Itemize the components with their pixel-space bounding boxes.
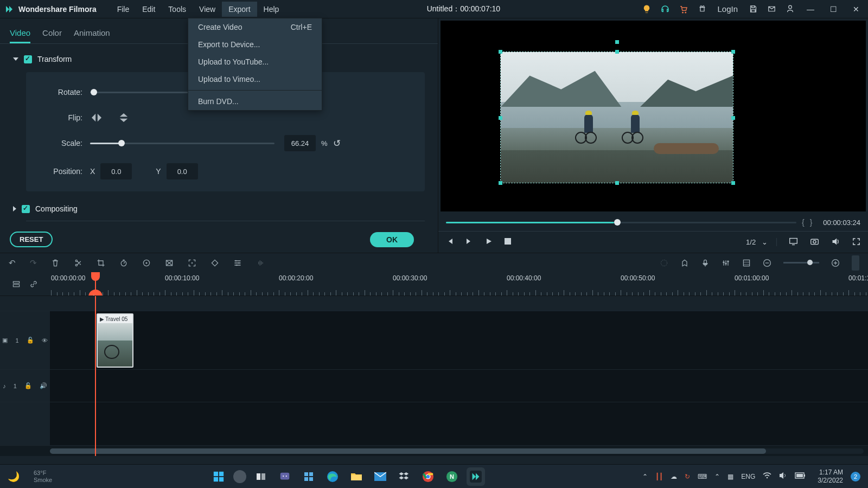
account-icon[interactable] [784,4,795,15]
resize-handle-e[interactable] [731,116,735,120]
tab-color[interactable]: Color [42,24,62,43]
start-button[interactable] [209,467,228,486]
export-youtube[interactable]: Upload to YouTube... [188,53,322,70]
wifi-icon[interactable] [763,472,771,481]
visibility-icon[interactable]: 👁 [42,337,48,344]
crop-icon[interactable] [97,259,105,267]
resize-handle-nw[interactable] [499,50,502,54]
render-icon[interactable] [660,259,668,267]
flip-vertical-icon[interactable] [117,112,130,123]
playhead-line[interactable] [95,296,96,456]
lock-icon[interactable]: 🔓 [27,337,34,344]
mute-icon[interactable]: 🔊 [40,382,47,389]
explorer-icon[interactable] [347,467,366,486]
undo-icon[interactable]: ↶ [9,258,16,268]
weather-widget[interactable]: 63°F Smoke [34,470,52,483]
keyboard-icon[interactable]: ⌨ [698,473,707,480]
login-link[interactable]: LogIn [717,4,738,14]
audio-wave-icon[interactable] [256,259,265,267]
audio-track-body[interactable] [50,370,868,402]
compositing-header[interactable]: Compositing [13,199,425,219]
tray-update-icon[interactable]: ↻ [685,473,690,480]
chat-icon[interactable] [276,467,294,486]
menu-help[interactable]: Help [257,2,286,17]
video-clip[interactable]: ▶ Travel 05 [97,313,133,368]
filmora-taskbar-icon[interactable] [467,467,485,486]
keyframe-icon[interactable] [210,259,219,267]
battery-icon[interactable] [795,472,806,480]
resize-handle-se[interactable] [731,181,735,185]
dropbox-icon[interactable] [395,467,413,486]
flip-horizontal-icon[interactable] [90,112,103,123]
zoom-in-icon[interactable] [831,259,840,267]
timeline-ruler[interactable]: ✂ 00:00:00:00 00:00:10:00 00:00:20:00 00… [50,272,868,296]
next-frame-icon[interactable] [465,237,473,247]
delete-icon[interactable] [51,259,60,267]
resize-handle-w[interactable] [499,116,502,120]
language-indicator[interactable]: ENG [741,473,755,480]
x-value[interactable]: 0.0 [100,163,132,179]
tab-video[interactable]: Video [10,24,30,43]
redo-icon[interactable]: ↷ [30,258,37,268]
scrollbar-thumb[interactable] [50,448,766,454]
track-manage-icon[interactable] [742,259,751,267]
link-icon[interactable] [29,280,38,288]
adjust-icon[interactable] [233,259,242,267]
widgets-icon[interactable] [299,467,318,486]
menu-export[interactable]: Export [222,2,257,17]
color-match-icon[interactable] [142,259,151,267]
mixer-icon[interactable] [722,259,730,267]
video-track-body[interactable]: ▶ Travel 05 [50,311,868,369]
reset-button[interactable]: RESET [10,232,53,247]
menu-view[interactable]: View [193,2,222,17]
chrome-icon[interactable] [419,467,437,486]
timeline-zoom-slider[interactable] [783,262,819,264]
tray-calendar-icon[interactable]: ▦ [727,473,733,480]
collapse-tracks-icon[interactable] [12,280,21,288]
task-view-icon[interactable] [252,467,270,486]
prev-frame-icon[interactable] [446,237,454,247]
display-icon[interactable] [789,237,798,248]
tray-app1-icon[interactable]: ┃┃ [655,473,663,480]
preview-canvas[interactable] [441,21,866,211]
rotate-handle[interactable] [615,40,619,44]
split-icon[interactable] [74,259,82,267]
tips-icon[interactable] [641,4,652,15]
sound-icon[interactable] [779,472,787,481]
fullscreen-icon[interactable] [852,237,860,247]
speed-icon[interactable] [119,259,128,267]
onedrive-icon[interactable]: ☁ [671,473,677,480]
mark-out-icon[interactable]: } [810,218,813,227]
zoom-out-icon[interactable] [763,259,771,267]
tab-animation[interactable]: Animation [74,24,110,43]
scale-reset-icon[interactable]: ↺ [333,138,341,149]
scale-value[interactable]: 66.24 [284,135,316,151]
menu-tools[interactable]: Tools [162,2,193,17]
auto-ripple-toggle[interactable] [852,255,859,271]
marker-icon[interactable] [680,259,689,267]
export-vimeo[interactable]: Upload to Vimeo... [188,70,322,88]
preview-scrubber[interactable] [446,222,796,223]
message-icon[interactable] [766,4,777,15]
green-screen-icon[interactable] [165,259,174,267]
clock[interactable]: 1:17 AM 3/2/2022 [818,468,843,484]
cart-icon[interactable] [678,4,689,15]
tray-more-icon[interactable]: ⌃ [714,473,720,480]
mail-icon[interactable] [371,467,390,486]
search-icon[interactable] [233,470,246,483]
selection-frame[interactable] [500,52,733,183]
timeline-scrollbar[interactable] [50,448,864,454]
resize-handle-ne[interactable] [731,50,735,54]
record-vo-icon[interactable] [701,259,710,267]
export-burn-dvd[interactable]: Burn DVD... [188,93,322,110]
weather-icon[interactable]: 🌙 [8,471,20,483]
notification-badge[interactable]: 2 [851,472,860,481]
export-create-video[interactable]: Create Video Ctrl+E [188,18,322,36]
transform-checkbox[interactable] [24,55,32,63]
export-to-device[interactable]: Export to Device... [188,36,322,53]
save-icon[interactable] [748,4,758,15]
menu-edit[interactable]: Edit [136,2,162,17]
stop-icon[interactable] [505,238,511,246]
menu-file[interactable]: File [111,2,136,17]
close-button[interactable]: ✕ [848,5,864,14]
